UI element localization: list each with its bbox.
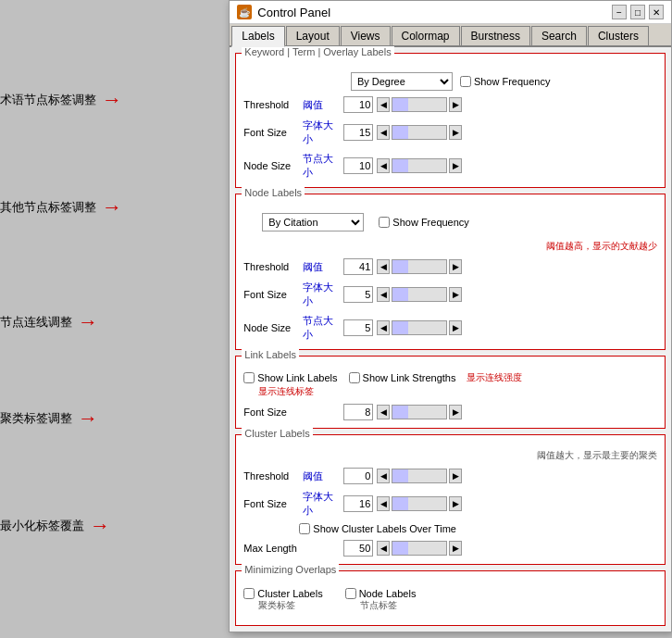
keyword-threshold-left-arrow[interactable]: ◀ bbox=[377, 97, 390, 112]
link-fontsize-right-arrow[interactable]: ▶ bbox=[449, 405, 462, 419]
cluster-labels-checkbox[interactable] bbox=[243, 588, 255, 599]
tab-colormap[interactable]: Colormap bbox=[392, 26, 460, 45]
node-threshold-track[interactable] bbox=[392, 259, 447, 274]
keyword-nodesize-label: Node Size bbox=[243, 160, 299, 171]
annotation-3: 节点连线调整 → bbox=[0, 310, 229, 334]
keyword-dropdown[interactable]: By Degree bbox=[351, 72, 453, 91]
arrow-3: → bbox=[78, 310, 98, 334]
node-threshold-right-arrow[interactable]: ▶ bbox=[449, 259, 462, 274]
node-section: Node Labels By Citation Show Frequency 阈… bbox=[235, 194, 666, 350]
node-nodesize-right-arrow[interactable]: ▶ bbox=[449, 320, 462, 335]
cluster-threshold-label: Threshold bbox=[243, 470, 299, 482]
minimize-section: Minimizing Overlaps Cluster Labels 聚类标签 … bbox=[235, 570, 666, 626]
minimize-button[interactable]: − bbox=[612, 5, 627, 19]
keyword-threshold-cn: 阈值 bbox=[303, 98, 340, 112]
cluster-fontsize-cn: 字体大小 bbox=[303, 490, 340, 518]
main-window: ☕ Control Panel − □ ✕ Labels Layout View… bbox=[229, 0, 672, 632]
keyword-threshold-right-arrow[interactable]: ▶ bbox=[449, 97, 462, 112]
node-nodesize-track[interactable] bbox=[392, 320, 447, 335]
cluster-maxlength-label: Max Length bbox=[243, 543, 299, 554]
node-section-title: Node Labels bbox=[242, 187, 305, 198]
show-cluster-over-time-checkbox[interactable] bbox=[299, 523, 310, 534]
show-link-labels-label: Show Link Labels bbox=[257, 372, 337, 383]
tab-labels[interactable]: Labels bbox=[231, 26, 284, 47]
link-fontsize-left-arrow[interactable]: ◀ bbox=[377, 405, 390, 419]
arrow-5: → bbox=[90, 514, 110, 538]
node-threshold-input[interactable] bbox=[343, 258, 373, 275]
node-fontsize-cn: 字体大小 bbox=[303, 281, 340, 308]
keyword-threshold-input[interactable] bbox=[343, 96, 373, 113]
keyword-nodesize-track[interactable] bbox=[392, 158, 447, 173]
show-link-labels-checkbox[interactable] bbox=[243, 372, 255, 383]
node-nodesize-label: Node Size bbox=[243, 322, 299, 333]
keyword-nodesize-input[interactable] bbox=[343, 157, 373, 174]
cluster-section-title: Cluster Labels bbox=[242, 428, 312, 439]
cluster-threshold-input[interactable] bbox=[343, 468, 373, 484]
keyword-threshold-label: Threshold bbox=[243, 99, 299, 110]
cluster-labels-note: 聚类标签 bbox=[258, 599, 295, 612]
annotation-4: 聚类标签调整 → bbox=[0, 407, 229, 431]
node-nodesize-left-arrow[interactable]: ◀ bbox=[377, 320, 390, 335]
maximize-button[interactable]: □ bbox=[630, 5, 645, 19]
cluster-threshold-cn: 阈值 bbox=[303, 469, 340, 483]
tab-burstness[interactable]: Burstness bbox=[461, 26, 530, 45]
tab-search[interactable]: Search bbox=[531, 26, 587, 45]
node-fontsize-input[interactable] bbox=[343, 286, 373, 303]
cluster-fontsize-left-arrow[interactable]: ◀ bbox=[377, 496, 390, 511]
keyword-nodesize-left-arrow[interactable]: ◀ bbox=[377, 158, 390, 173]
keyword-section: Keyword | Term | Overlay Labels By Degre… bbox=[235, 53, 666, 188]
title-bar: ☕ Control Panel − □ ✕ bbox=[230, 1, 671, 24]
cluster-threshold-left-arrow[interactable]: ◀ bbox=[377, 469, 390, 483]
show-link-strengths-checkbox[interactable] bbox=[349, 372, 360, 383]
tab-clusters[interactable]: Clusters bbox=[588, 26, 649, 45]
window-icon: ☕ bbox=[237, 5, 252, 19]
cluster-maxlength-left-arrow[interactable]: ◀ bbox=[377, 541, 390, 556]
node-labels-note: 节点标签 bbox=[360, 599, 397, 612]
minimize-section-title: Minimizing Overlaps bbox=[242, 564, 339, 575]
cluster-maxlength-input[interactable] bbox=[343, 540, 373, 557]
node-threshold-cn: 阈值 bbox=[303, 260, 340, 274]
show-cluster-over-time-label: Show Cluster Labels Over Time bbox=[313, 523, 456, 534]
node-threshold-left-arrow[interactable]: ◀ bbox=[377, 259, 390, 274]
annotation-text-5: 最小化标签覆盖 bbox=[0, 518, 84, 534]
window-title: Control Panel bbox=[257, 6, 330, 19]
node-labels-checkbox[interactable] bbox=[345, 588, 356, 599]
cluster-maxlength-track[interactable] bbox=[392, 541, 447, 556]
cluster-fontsize-track[interactable] bbox=[392, 496, 447, 511]
tab-views[interactable]: Views bbox=[341, 26, 391, 45]
node-threshold-label: Threshold bbox=[243, 261, 299, 272]
node-show-frequency-label: Show Frequency bbox=[392, 217, 469, 228]
node-fontsize-label: Font Size bbox=[243, 289, 299, 300]
annotation-column: 术语节点标签调整 → 其他节点标签调整 → 节点连线调整 → 聚类标签调整 → … bbox=[0, 0, 229, 632]
keyword-fontsize-cn: 字体大小 bbox=[303, 119, 340, 146]
link-fontsize-track[interactable] bbox=[392, 405, 447, 419]
keyword-fontsize-left-arrow[interactable]: ◀ bbox=[377, 125, 390, 140]
keyword-threshold-track[interactable] bbox=[392, 97, 447, 112]
link-fontsize-input[interactable] bbox=[343, 404, 373, 420]
node-fontsize-right-arrow[interactable]: ▶ bbox=[449, 287, 462, 302]
node-fontsize-track[interactable] bbox=[392, 287, 447, 302]
node-nodesize-input[interactable] bbox=[343, 319, 373, 336]
link-fontsize-label: Font Size bbox=[243, 407, 299, 418]
cluster-maxlength-right-arrow[interactable]: ▶ bbox=[449, 541, 462, 556]
close-button[interactable]: ✕ bbox=[649, 5, 664, 19]
cluster-fontsize-right-arrow[interactable]: ▶ bbox=[449, 496, 462, 511]
keyword-nodesize-right-arrow[interactable]: ▶ bbox=[449, 158, 462, 173]
link-strength-note: 显示连线强度 bbox=[467, 371, 522, 384]
node-dropdown[interactable]: By Citation bbox=[262, 213, 364, 231]
cluster-fontsize-input[interactable] bbox=[343, 495, 373, 512]
keyword-show-frequency-checkbox[interactable] bbox=[460, 76, 471, 87]
cluster-threshold-track[interactable] bbox=[392, 469, 447, 483]
cluster-threshold-right-arrow[interactable]: ▶ bbox=[449, 469, 462, 483]
show-link-strengths-label: Show Link Strengths bbox=[363, 372, 456, 383]
cluster-fontsize-label: Font Size bbox=[243, 498, 299, 509]
link-labels-note: 显示连线标签 bbox=[258, 386, 314, 396]
node-fontsize-left-arrow[interactable]: ◀ bbox=[377, 287, 390, 302]
annotation-5: 最小化标签覆盖 → bbox=[0, 514, 229, 538]
keyword-fontsize-right-arrow[interactable]: ▶ bbox=[449, 125, 462, 140]
tab-layout[interactable]: Layout bbox=[286, 26, 340, 45]
node-show-frequency-checkbox[interactable] bbox=[379, 217, 390, 228]
keyword-section-title: Keyword | Term | Overlay Labels bbox=[242, 46, 393, 57]
keyword-fontsize-track[interactable] bbox=[392, 125, 447, 140]
keyword-fontsize-input[interactable] bbox=[343, 124, 373, 141]
